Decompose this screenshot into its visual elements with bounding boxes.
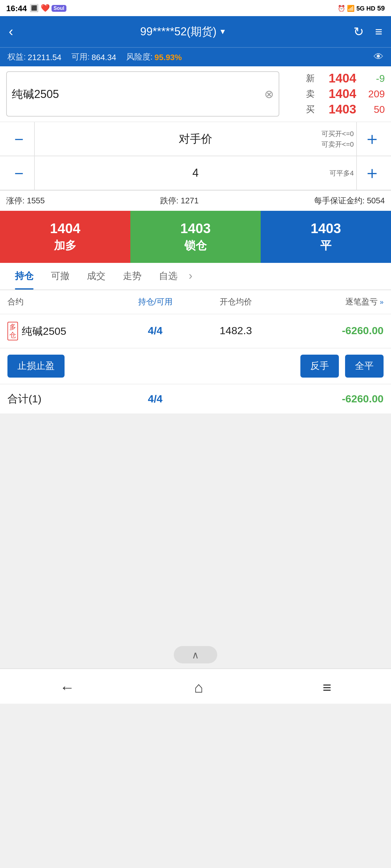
nav-home-button[interactable]: ⌂ <box>181 677 215 699</box>
risk-value: 95.93% <box>155 52 182 62</box>
search-clear-button[interactable]: ⊗ <box>264 87 274 101</box>
header: ‹ 99*****52(期货) ▼ ↻ ≡ <box>0 16 391 47</box>
nav-bar: ← ⌂ ≡ <box>0 669 391 704</box>
tab-deal[interactable]: 成交 <box>78 263 114 289</box>
risk-item: 风险度: 95.93% <box>126 52 182 63</box>
tab-more-icon[interactable]: › <box>189 270 192 283</box>
summary-row: 合计(1) 4/4 -6260.00 <box>0 385 391 414</box>
reverse-button[interactable]: 反手 <box>300 355 339 378</box>
new-price: 1404 <box>319 71 356 86</box>
battery-level: 59 <box>378 4 385 12</box>
action-buttons: 1404 加多 1403 锁仓 1403 平 <box>0 211 391 263</box>
can-sell-open: 可卖开<=0 <box>322 139 354 149</box>
buy-button-price: 1404 <box>50 221 80 237</box>
menu-icon[interactable]: ≡ <box>375 25 382 39</box>
sell-price-row: 卖 1404 209 <box>285 87 385 101</box>
flat-button-label: 平 <box>320 238 331 253</box>
qty-plus-button[interactable]: ＋ <box>356 156 387 190</box>
status-bar: 16:44 🔳 ❤️ Soul ⏰ 📶 5G HD 59 <box>0 0 391 16</box>
signal-icon: 📶 <box>347 5 354 11</box>
price-side-info: 可买开<=0 可卖开<=0 <box>322 129 354 149</box>
header-actions: ↻ ≡ <box>354 24 382 39</box>
contract-cell: 多 仓 纯碱2505 <box>7 322 115 341</box>
close-all-button[interactable]: 全平 <box>345 355 384 378</box>
qty-input[interactable]: 4 <box>35 160 356 186</box>
sell-change: 209 <box>360 88 385 99</box>
flat-button-price: 1403 <box>311 221 341 237</box>
empty-area <box>0 414 391 638</box>
nav-back-button[interactable]: ← <box>47 677 87 699</box>
summary-position: 4/4 <box>115 393 196 405</box>
quote-area: 纯碱2505 ⊗ 新 1404 -9 卖 1404 209 买 1403 50 <box>0 66 391 122</box>
summary-profit: -6260.00 <box>196 393 384 405</box>
search-box[interactable]: 纯碱2505 ⊗ <box>6 71 279 117</box>
sim-icon: 🔳 <box>29 4 39 12</box>
can-flat-long: 可平多4 <box>330 168 354 178</box>
buy-button-label: 加多 <box>54 238 76 253</box>
stop-bar: 涨停: 1555 跌停: 1271 每手保证金约: 5054 <box>0 190 391 211</box>
lock-button-label: 锁仓 <box>184 238 207 253</box>
soul-badge: Soul <box>52 5 66 11</box>
price-input-row: － 对手价 可买开<=0 可卖开<=0 ＋ <box>0 122 391 156</box>
available-label: 可用: <box>72 52 90 63</box>
new-price-row: 新 1404 -9 <box>285 71 385 86</box>
buy-button[interactable]: 1404 加多 <box>0 211 130 263</box>
flat-button[interactable]: 1403 平 <box>261 211 391 263</box>
multi-badge: 多 仓 <box>7 322 18 341</box>
position-table-header: 合约 持仓/可用 开仓均价 逐笔盈亏 » <box>0 290 391 314</box>
search-input[interactable]: 纯碱2505 <box>12 87 264 101</box>
signal2-icon: 5G HD <box>356 5 375 11</box>
new-change: -9 <box>360 73 385 84</box>
can-buy-open: 可买开<=0 <box>322 129 354 139</box>
sell-price: 1404 <box>319 87 356 101</box>
alarm-icon: ⏰ <box>338 5 345 11</box>
new-label: 新 <box>305 73 315 84</box>
header-price: 开仓均价 <box>196 297 276 308</box>
refresh-icon[interactable]: ↻ <box>354 24 364 39</box>
equity-value: 21211.54 <box>28 52 61 62</box>
header-title: 99*****52(期货) ▼ <box>140 24 226 39</box>
contract-name: 纯碱2505 <box>22 324 66 338</box>
collapse-button[interactable]: ∧ <box>174 646 217 664</box>
status-icons: 🔳 ❤️ Soul <box>29 4 66 12</box>
back-button[interactable]: ‹ <box>9 24 13 40</box>
limit-up: 涨停: 1555 <box>6 195 45 207</box>
equity-label: 权益: <box>7 52 26 63</box>
price-minus-button[interactable]: － <box>4 122 35 156</box>
account-title: 99*****52(期货) <box>140 24 217 39</box>
nav-menu-button[interactable]: ≡ <box>310 677 343 699</box>
avg-price: 1482.3 <box>196 325 276 337</box>
heart-icon: ❤️ <box>40 4 50 12</box>
qty-minus-button[interactable]: － <box>4 156 35 190</box>
profit-sort-icon[interactable]: » <box>380 298 384 306</box>
qty-input-row: － 4 可平多4 ＋ <box>0 156 391 190</box>
margin-info: 每手保证金约: 5054 <box>314 195 385 207</box>
status-left: 16:44 🔳 ❤️ Soul <box>6 3 66 13</box>
price-input[interactable]: 对手价 <box>35 125 356 153</box>
position-area: 合约 持仓/可用 开仓均价 逐笔盈亏 » 多 仓 纯碱2505 4/4 1482… <box>0 290 391 414</box>
tab-position[interactable]: 持仓 <box>6 263 42 289</box>
limit-down: 跌停: 1271 <box>160 195 199 207</box>
tab-cancel[interactable]: 可撤 <box>42 263 78 289</box>
available-item: 可用: 864.34 <box>72 52 116 63</box>
collapse-icon: ∧ <box>192 649 199 661</box>
tab-trend[interactable]: 走势 <box>114 263 150 289</box>
margin-value: 5054 <box>367 196 385 205</box>
header-position: 持仓/可用 <box>115 297 196 308</box>
bottom-panel: ∧ <box>0 638 391 669</box>
buy-change: 50 <box>360 104 385 115</box>
tab-watchlist[interactable]: 自选 <box>150 263 186 289</box>
lock-button-price: 1403 <box>180 221 211 237</box>
price-area: － 对手价 可买开<=0 可卖开<=0 ＋ － 4 可平多4 ＋ <box>0 122 391 190</box>
header-contract: 合约 <box>7 297 115 308</box>
status-right: ⏰ 📶 5G HD 59 <box>338 4 385 12</box>
table-row: 多 仓 纯碱2505 4/4 1482.3 -6260.00 <box>0 314 391 349</box>
eye-icon[interactable]: 👁 <box>373 52 384 63</box>
buy-price: 1403 <box>319 102 356 117</box>
lock-button[interactable]: 1403 锁仓 <box>130 211 261 263</box>
stop-loss-button[interactable]: 止损止盈 <box>7 355 64 378</box>
price-plus-button[interactable]: ＋ <box>356 122 387 156</box>
dropdown-icon[interactable]: ▼ <box>219 27 226 36</box>
buy-label: 买 <box>305 104 315 115</box>
profit-value: -6260.00 <box>276 325 384 337</box>
